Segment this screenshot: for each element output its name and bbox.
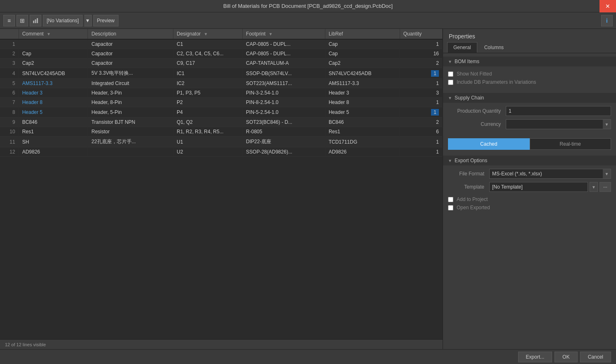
supply-chain-label: Supply Chain (455, 95, 484, 101)
table-row[interactable]: 6Header 3Header, 3-PinP1, P3, P5PIN-3-2.… (0, 88, 443, 98)
bottom-bar: Export... OK Cancel (0, 349, 616, 364)
cell-footprint: SOT23(BC846) - D... (242, 118, 325, 127)
cell-description: Capacitor (88, 39, 173, 49)
table-row[interactable]: 3Cap2CapacitorC9, C17CAP-TANTALUM-ACap22 (0, 59, 443, 68)
properties-panel: Properties General Columns ▼ BOM Items S… (443, 29, 616, 349)
cell-designator: P1, P3, P5 (173, 88, 243, 98)
table-row[interactable]: 8Header 5Header, 5-PinP4PIN-5-2.54-1.0He… (0, 107, 443, 118)
ok-button[interactable]: OK (554, 352, 577, 362)
variations-button[interactable]: [No Variations] (43, 15, 83, 26)
chart-view-button[interactable] (30, 15, 41, 26)
tab-general[interactable]: General (447, 42, 477, 53)
comment-sort-icon: ▼ (47, 32, 51, 36)
bom-items-label: BOM Items (455, 59, 479, 64)
realtime-button[interactable]: Real-time (530, 138, 611, 150)
bom-items-section: ▼ BOM Items Show Not Fitted Include DB P… (443, 57, 616, 90)
include-db-checkbox[interactable] (448, 80, 453, 85)
cell-quantity: 1 (400, 137, 442, 147)
tab-columns[interactable]: Columns (478, 42, 510, 53)
template-dots-button[interactable]: ··· (599, 182, 611, 192)
cell-designator: P2 (173, 98, 243, 107)
cell-libref: Res1 (325, 127, 400, 137)
currency-select-wrapper: ▼ (506, 119, 611, 129)
open-exported-row: Open Exported (448, 203, 611, 212)
cancel-button[interactable]: Cancel (580, 352, 611, 362)
bom-items-header[interactable]: ▼ BOM Items (443, 57, 616, 66)
cell-designator: U2 (173, 147, 243, 157)
list-view-button[interactable]: ≡ (3, 15, 15, 26)
cell-libref: Header 8 (325, 98, 400, 107)
open-exported-checkbox[interactable] (448, 205, 453, 210)
table-row[interactable]: 11SH22孔底座，芯片手...U1DIP22-底座TCD1711DG1 (0, 137, 443, 147)
col-header-description[interactable]: Description (88, 29, 173, 39)
variations-dropdown[interactable]: ▼ (84, 15, 92, 26)
cell-footprint: PIN-5-2.54-1.0 (242, 107, 325, 118)
export-options-header[interactable]: ▼ Export Options (443, 156, 616, 165)
template-row: Template [No Template] ▼ ··· (448, 182, 611, 192)
table-row[interactable]: 7Header 8Header, 8-PinP2PIN-8-2.54-1.0He… (0, 98, 443, 107)
grid-view-button[interactable]: ⊞ (17, 15, 28, 26)
cell-comment (19, 39, 88, 49)
table-row[interactable]: 9BC846Transistor BJT NPNQ1, Q2SOT23(BC84… (0, 118, 443, 127)
cell-num: 12 (0, 147, 19, 157)
designator-sort-icon: ▼ (204, 32, 208, 36)
info-button[interactable]: i (601, 15, 613, 26)
cell-designator: Q1, Q2 (173, 118, 243, 127)
chart-icon (33, 18, 38, 24)
cell-description: 5V 3.3V电平转换... (88, 68, 173, 79)
cell-comment: Header 8 (19, 98, 88, 107)
table-row[interactable]: 1CapacitorC1CAP-0805 - DUPL...Cap1 (0, 39, 443, 49)
col-header-comment[interactable]: Comment ▼ (19, 29, 88, 39)
bom-items-arrow: ▼ (448, 59, 452, 64)
cell-comment: Header 3 (19, 88, 88, 98)
cell-footprint: SOT223(AMS1117... (242, 79, 325, 88)
cell-comment: AMS1117-3.3 (19, 79, 88, 88)
cached-button[interactable]: Cached (448, 138, 530, 150)
show-not-fitted-checkbox[interactable] (448, 71, 453, 77)
table-row[interactable]: 2CapCapacitorC2, C3, C4, C5, C6...CAP-08… (0, 49, 443, 59)
col-header-libref[interactable]: LibRef (325, 29, 400, 39)
cell-num: 8 (0, 107, 19, 118)
table-row[interactable]: 4SN74LVC4245ADB5V 3.3V电平转换...IC1SSOP-DB(… (0, 68, 443, 79)
cell-num: 4 (0, 68, 19, 79)
file-format-select[interactable]: MS-Excel (*.xls, *.xlsx) (489, 169, 611, 179)
production-qty-row: Production Quantity (448, 106, 611, 116)
cell-num: 10 (0, 127, 19, 137)
cell-libref: Header 5 (325, 107, 400, 118)
supply-chain-arrow: ▼ (448, 96, 452, 100)
cell-comment: BC846 (19, 118, 88, 127)
table-row[interactable]: 5AMS1117-3.3Integrated CircuitIC2SOT223(… (0, 79, 443, 88)
close-button[interactable]: ✕ (599, 0, 616, 12)
supply-chain-body: Production Quantity Currency ▼ (443, 103, 616, 136)
cell-num: 5 (0, 79, 19, 88)
col-header-quantity[interactable]: Quantity (400, 29, 442, 39)
cell-libref: AD9826 (325, 147, 400, 157)
table-area: Comment ▼ Description Designator ▼ Footp… (0, 29, 443, 349)
cell-num: 2 (0, 49, 19, 59)
cell-libref: SN74LVC4245ADB (325, 68, 400, 79)
cell-quantity: 1 (400, 79, 442, 88)
col-header-footprint[interactable]: Footprint ▼ (242, 29, 325, 39)
cell-footprint: SSOP-28(AD9826)... (242, 147, 325, 157)
bom-table[interactable]: Comment ▼ Description Designator ▼ Footp… (0, 29, 443, 339)
col-header-designator[interactable]: Designator ▼ (173, 29, 243, 39)
template-select[interactable]: [No Template] (489, 182, 588, 192)
add-to-project-checkbox[interactable] (448, 197, 453, 202)
export-button[interactable]: Export... (518, 352, 552, 362)
show-not-fitted-row: Show Not Fitted (448, 70, 611, 78)
preview-button[interactable]: Preview (93, 15, 118, 26)
bom-items-body: Show Not Fitted Include DB Parameters in… (443, 66, 616, 90)
cell-quantity: 2 (400, 118, 442, 127)
table-row[interactable]: 12AD9826U2SSOP-28(AD9826)...AD98261 (0, 147, 443, 157)
cell-designator: C9, C17 (173, 59, 243, 68)
table-row[interactable]: 10Res1ResistorR1, R2, R3, R4, R5...R-080… (0, 127, 443, 137)
title-bar: Bill of Materials for PCB Document [PCB_… (0, 0, 616, 12)
table-body: 1CapacitorC1CAP-0805 - DUPL...Cap12CapCa… (0, 39, 443, 157)
production-qty-input[interactable] (506, 106, 611, 116)
cell-description: 22孔底座，芯片手... (88, 137, 173, 147)
add-to-project-label: Add to Project (457, 196, 488, 202)
currency-label: Currency (448, 121, 506, 127)
supply-chain-header[interactable]: ▼ Supply Chain (443, 93, 616, 103)
currency-select[interactable] (506, 119, 611, 129)
export-options-label: Export Options (455, 158, 487, 163)
